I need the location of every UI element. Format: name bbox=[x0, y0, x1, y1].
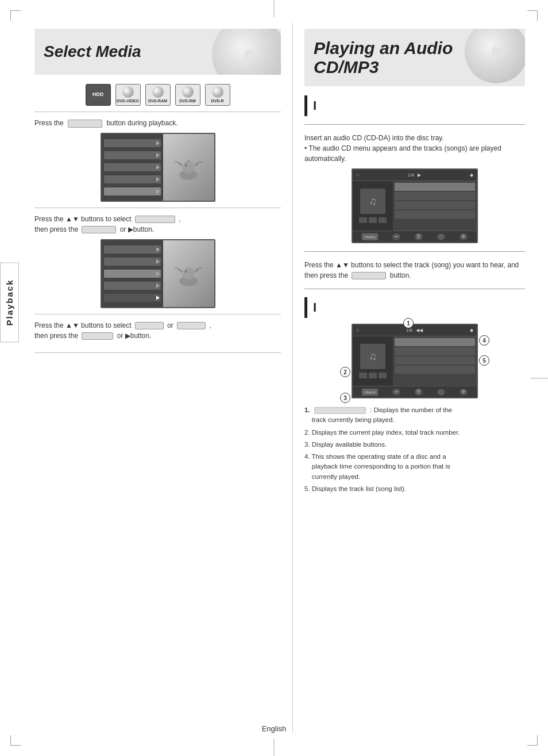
audio-top-bar: ○ 1/8 ▶ ◆ bbox=[353, 170, 477, 181]
instruction-2: Press the ▲▼ buttons to select , then pr… bbox=[34, 214, 281, 235]
desc-item-4: 4. This shows the operating state of a d… bbox=[304, 452, 525, 482]
left-header: Select Media bbox=[34, 29, 281, 75]
svg-point-2 bbox=[185, 164, 187, 167]
music-note-icon: ♫ bbox=[360, 189, 385, 214]
menu-item-2-5 bbox=[104, 294, 161, 302]
instruction-1: Press the button during playback. bbox=[34, 118, 281, 128]
step1-text: Insert an audio CD (CD-DA) into the disc… bbox=[304, 133, 525, 164]
badge-5: 5 bbox=[479, 355, 489, 366]
dvd-video-icon: DVD-VIDEO bbox=[115, 84, 141, 106]
hdd-icon: HDD bbox=[86, 84, 111, 106]
menu-item-1 bbox=[104, 139, 161, 147]
svg-point-5 bbox=[185, 271, 187, 273]
step2-header: I bbox=[304, 297, 525, 318]
display-btn-2: display bbox=[362, 389, 378, 396]
footer-language: English bbox=[262, 724, 287, 733]
step1-label: I bbox=[313, 98, 317, 113]
left-section: Select Media HDD DVD-VIDEO DVD-RAM DVD-R… bbox=[29, 23, 293, 733]
menu-item-2 bbox=[104, 151, 161, 159]
menu-item-4 bbox=[104, 175, 161, 183]
screen-image-2 bbox=[163, 240, 214, 307]
audio-bottom-bar-1: display ↩ ☰ ◌ ⚙ bbox=[353, 231, 477, 242]
right-header: Playing an Audio CD/MP3 bbox=[304, 29, 525, 86]
svg-point-4 bbox=[183, 268, 195, 280]
media-icons-row: HDD DVD-VIDEO DVD-RAM DVD-RW DVD-R bbox=[34, 84, 281, 106]
audio-left-panel-2: ♫ bbox=[353, 336, 393, 386]
badge-4: 4 bbox=[479, 335, 489, 346]
track-list-1 bbox=[393, 181, 477, 231]
display-btn: display bbox=[362, 233, 378, 240]
menu-item-2-1 bbox=[104, 245, 161, 254]
track-list-2 bbox=[393, 336, 477, 386]
screen-mockup-1 bbox=[101, 133, 215, 202]
right-title: Playing an Audio CD/MP3 bbox=[314, 39, 516, 76]
left-title: Select Media bbox=[44, 43, 141, 61]
audio-screen-1: ○ 1/8 ▶ ◆ ♫ bbox=[352, 168, 478, 243]
desc-item-2: 2. Displays the current play index, tota… bbox=[304, 428, 525, 438]
dvd-r-icon: DVD-R bbox=[205, 84, 230, 106]
desc-item-1: 1. : Displays the number of the track cu… bbox=[304, 405, 525, 425]
audio-top-bar-2: ○ 1/8 ◀◀ ◆ bbox=[353, 325, 477, 336]
right-section: Playing an Audio CD/MP3 I Insert an audi… bbox=[293, 23, 531, 733]
menu-item-2-3 bbox=[104, 270, 161, 278]
screen-mockup-2 bbox=[101, 239, 215, 308]
menu-item-5 bbox=[104, 187, 161, 195]
screen-image-1 bbox=[163, 134, 214, 201]
step1-header: I bbox=[304, 95, 525, 116]
desc-item-3: 3. Display available buttons. bbox=[304, 440, 525, 450]
badge-2: 2 bbox=[340, 367, 350, 377]
music-note-icon-2: ♫ bbox=[360, 344, 385, 369]
audio-left-panel: ♫ bbox=[353, 181, 393, 231]
audio-screen-2: ○ 1/8 ◀◀ ◆ ♫ bbox=[352, 324, 478, 398]
description-list: 1. : Displays the number of the track cu… bbox=[304, 405, 525, 494]
badge-3: 3 bbox=[340, 393, 350, 403]
dvd-rw-icon: DVD-RW bbox=[175, 84, 200, 106]
numbered-diagram: 1 4 5 2 3 ○ 1/8 ◀◀ ◆ bbox=[346, 324, 484, 398]
instruction-3: Press the ▲▼ buttons to select or , then… bbox=[34, 320, 281, 341]
audio-bottom-bar-2: display ↩ ☰ ◌ ⚙ bbox=[353, 386, 477, 397]
menu-item-2-4 bbox=[104, 282, 161, 290]
menu-item-2-2 bbox=[104, 258, 161, 266]
svg-point-1 bbox=[183, 162, 195, 174]
desc-item-5: 5. Displays the track list (song list). bbox=[304, 484, 525, 494]
menu-item-3 bbox=[104, 163, 161, 171]
step2-text: Press the ▲▼ buttons to select the track… bbox=[304, 260, 525, 281]
dvd-ram-icon: DVD-RAM bbox=[145, 84, 171, 106]
playback-sidebar-label: Playback bbox=[0, 262, 19, 342]
badge-1: 1 bbox=[403, 318, 414, 328]
step2-label: I bbox=[313, 300, 317, 315]
